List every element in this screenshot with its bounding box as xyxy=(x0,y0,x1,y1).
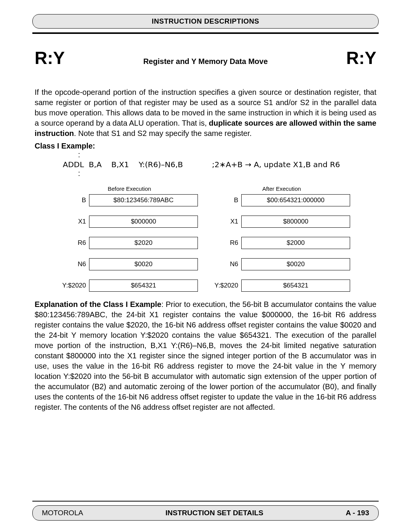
reg-row: B $00:654321:000000 xyxy=(213,194,350,206)
reg-label: N6 xyxy=(61,260,89,268)
reg-row: R6 $2020 xyxy=(61,237,198,249)
mnemonic-left: R:Y xyxy=(35,48,65,68)
reg-label: B xyxy=(213,197,241,204)
footer-left: MOTOROLA xyxy=(42,509,83,517)
code-line: ADDL B,A B,X1 Y:(R6)–N6,B ;2∗A+B → A, up… xyxy=(32,160,379,169)
reg-row: Y:$2020 $654321 xyxy=(61,280,198,292)
reg-row: N6 $0020 xyxy=(213,258,350,270)
instruction-subtitle: Register and Y Memory Data Move xyxy=(143,57,268,66)
reg-row: X1 $800000 xyxy=(213,216,350,228)
reg-row: X1 $000000 xyxy=(61,216,198,228)
reg-label: B xyxy=(61,197,89,204)
after-head: After Execution xyxy=(213,185,350,192)
colon-top: : xyxy=(32,150,379,159)
footer-mid: INSTRUCTION SET DETAILS xyxy=(166,509,263,517)
reg-label: N6 xyxy=(213,260,241,268)
reg-value: $0020 xyxy=(241,258,350,270)
reg-row: B $80:123456:789ABC xyxy=(61,194,198,206)
reg-value: $00:654321:000000 xyxy=(241,194,350,206)
reg-label: R6 xyxy=(61,239,89,247)
explanation: Explanation of the Class I Example: Prio… xyxy=(32,299,379,412)
reg-value: $2000 xyxy=(241,237,350,249)
register-diagram: Before Execution B $80:123456:789ABC X1 … xyxy=(32,185,379,301)
class-head: Class I Example: xyxy=(32,142,379,150)
reg-label: X1 xyxy=(213,218,241,225)
reg-value: $80:123456:789ABC xyxy=(89,194,198,206)
reg-row: N6 $0020 xyxy=(61,258,198,270)
footer-rule xyxy=(32,501,379,502)
footer-box: MOTOROLA INSTRUCTION SET DETAILS A - 193 xyxy=(32,505,379,521)
title-row: R:Y Register and Y Memory Data Move R:Y xyxy=(32,48,379,68)
reg-label: Y:$2020 xyxy=(213,282,241,289)
para1-b: . Note that S1 and S2 may specify the sa… xyxy=(74,129,252,137)
header-rule xyxy=(32,32,379,34)
colon-bottom: : xyxy=(32,169,379,178)
reg-label: X1 xyxy=(61,218,89,225)
before-head: Before Execution xyxy=(61,185,198,192)
paragraph-1: If the opcode-operand portion of the ins… xyxy=(32,87,379,139)
footer-right: A - 193 xyxy=(346,509,369,517)
before-column: Before Execution B $80:123456:789ABC X1 … xyxy=(61,185,198,301)
reg-row: R6 $2000 xyxy=(213,237,350,249)
footer: MOTOROLA INSTRUCTION SET DETAILS A - 193 xyxy=(32,501,379,521)
reg-value: $654321 xyxy=(241,280,350,292)
reg-value: $800000 xyxy=(241,216,350,228)
reg-label: Y:$2020 xyxy=(61,282,89,289)
reg-value: $0020 xyxy=(89,258,198,270)
reg-row: Y:$2020 $654321 xyxy=(213,280,350,292)
reg-value: $2020 xyxy=(89,237,198,249)
explain-head: Explanation of the Class I Example xyxy=(35,300,161,308)
explain-body: : Prior to execution, the 56-bit B accum… xyxy=(35,300,376,411)
mnemonic-right: R:Y xyxy=(346,48,376,68)
header-title: INSTRUCTION DESCRIPTIONS xyxy=(152,17,259,25)
reg-value: $654321 xyxy=(89,280,198,292)
header-box: INSTRUCTION DESCRIPTIONS xyxy=(32,14,379,29)
page: INSTRUCTION DESCRIPTIONS R:Y Register an… xyxy=(0,0,411,532)
reg-value: $000000 xyxy=(89,216,198,228)
after-column: After Execution B $00:654321:000000 X1 $… xyxy=(213,185,350,301)
reg-label: R6 xyxy=(213,239,241,247)
